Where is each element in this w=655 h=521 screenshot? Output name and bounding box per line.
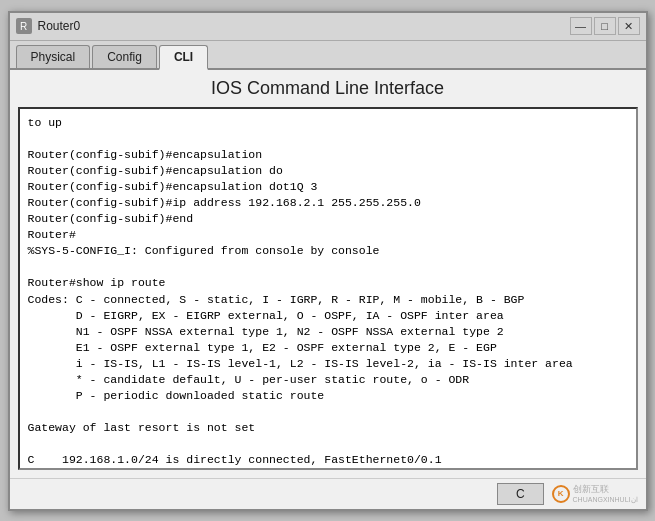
maximize-button[interactable]: □ [594, 17, 616, 35]
terminal-container: to up Router(config-subif)#encapsulation… [18, 107, 638, 470]
watermark-icon: K [552, 485, 570, 503]
tab-bar: Physical Config CLI [10, 41, 646, 70]
close-button[interactable]: ✕ [618, 17, 640, 35]
page-title: IOS Command Line Interface [18, 78, 638, 99]
main-window: R Router0 — □ ✕ Physical Config CLI IOS … [8, 11, 648, 511]
window-controls: — □ ✕ [570, 17, 640, 35]
window-title: Router0 [38, 19, 81, 33]
watermark: K 创新互联 CHUANGXINHULIان [552, 483, 638, 504]
tab-config[interactable]: Config [92, 45, 157, 68]
watermark-brand: 创新互联 CHUANGXINHULIان [573, 483, 638, 504]
tab-cli[interactable]: CLI [159, 45, 208, 70]
title-bar: R Router0 — □ ✕ [10, 13, 646, 41]
window-icon: R [16, 18, 32, 34]
minimize-button[interactable]: — [570, 17, 592, 35]
title-bar-left: R Router0 [16, 18, 81, 34]
terminal-output: to up Router(config-subif)#encapsulation… [28, 115, 628, 468]
content-area: IOS Command Line Interface to up Router(… [10, 70, 646, 478]
copy-button[interactable]: C [497, 483, 544, 505]
terminal-scroll[interactable]: to up Router(config-subif)#encapsulation… [20, 109, 636, 468]
bottom-bar: C K 创新互联 CHUANGXINHULIان [10, 478, 646, 509]
tab-physical[interactable]: Physical [16, 45, 91, 68]
